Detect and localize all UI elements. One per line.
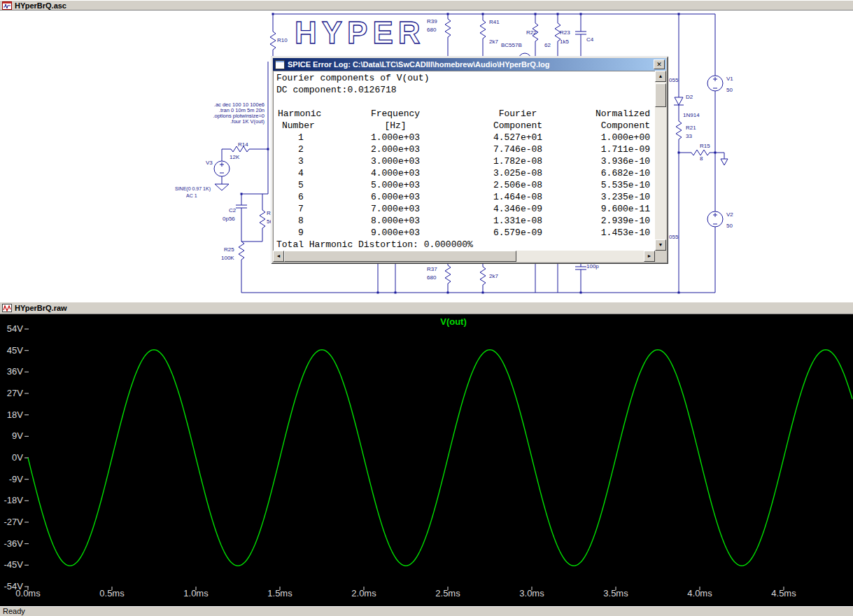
fourier-cell: 9.000e+03 xyxy=(325,227,465,239)
fourier-cell: 1.000e+03 xyxy=(325,132,465,144)
y-axis-tick-label: 36V xyxy=(7,366,23,377)
waveform-trace xyxy=(28,350,852,566)
fourier-cell: 8.000e+03 xyxy=(325,215,465,227)
fourier-cell: 9 xyxy=(276,227,325,239)
fourier-header-cell: Normalized xyxy=(570,108,651,120)
schematic-window-titlebar[interactable]: HYperBrQ.asc xyxy=(0,0,853,10)
fourier-table-header-row2: Number [Hz] Component Component xyxy=(276,120,655,132)
fourier-table: Harmonic Frequency Fourier Normalized Nu… xyxy=(276,108,655,239)
component-label: R25 xyxy=(224,246,234,253)
component-label: 0p56 xyxy=(223,216,235,222)
y-axis-tick-label: -45V xyxy=(4,559,24,570)
fourier-header-cell: Component xyxy=(570,120,651,132)
status-bar: Ready xyxy=(0,606,853,616)
component-label: 50 xyxy=(726,223,733,229)
vertical-scrollbar[interactable]: ▲ ▼ xyxy=(655,71,666,251)
fourier-cell: 1.453e-10 xyxy=(570,227,651,239)
component-label: 2k7 xyxy=(489,38,498,45)
fourier-cell: 4 xyxy=(276,167,325,179)
component-label: 055 xyxy=(669,77,679,83)
fourier-cell: 9.600e-11 xyxy=(570,203,651,215)
component-label: R10 xyxy=(277,37,288,43)
fourier-cell: 1 xyxy=(276,132,325,144)
log-line-thd: Total Harmonic Distortion: 0.000000% xyxy=(276,239,655,251)
y-axis-tick-label: -36V xyxy=(4,538,24,549)
fourier-table-row: 88.000e+031.331e-082.939e-10 xyxy=(276,215,655,227)
component-label: 8 xyxy=(700,155,703,162)
component-label: V3 xyxy=(206,160,213,166)
fourier-cell: 3 xyxy=(276,155,325,167)
component-label: BC557B xyxy=(501,42,522,48)
fourier-cell: 6 xyxy=(276,191,325,203)
fourier-table-row: 66.000e+031.464e-083.235e-10 xyxy=(276,191,655,203)
fourier-header-cell: Number xyxy=(276,120,325,132)
component-label: AC 1 xyxy=(186,193,197,198)
y-axis-tick-label: -27V xyxy=(4,517,24,527)
fourier-header-cell: Frequency xyxy=(325,108,465,120)
scroll-down-button[interactable]: ▼ xyxy=(655,239,666,251)
scroll-right-icon: ► xyxy=(647,253,652,258)
fourier-table-row: 33.000e+031.782e-083.936e-10 xyxy=(276,155,655,167)
component-label: R21 xyxy=(686,125,696,131)
fourier-header-cell: [Hz] xyxy=(325,120,465,132)
component-label: V2 xyxy=(726,211,733,218)
waveform-window-title: HYperBrQ.raw xyxy=(15,304,67,312)
y-axis-tick-label: 54V xyxy=(7,323,23,334)
component-label: R41 xyxy=(489,19,500,25)
vertical-scroll-thumb[interactable] xyxy=(655,83,666,107)
waveform-window-titlebar[interactable]: HYperBrQ.raw xyxy=(0,302,853,314)
dialog-titlebar[interactable]: SPICE Error Log: C:\Data\LTC\SwCADIII\ho… xyxy=(273,58,666,71)
spice-directive: .four 1K V(out) xyxy=(230,118,265,125)
close-button[interactable]: ✕ xyxy=(654,59,665,69)
y-axis-tick-label: -18V xyxy=(4,495,24,505)
waveform-plot[interactable]: V(out) 54V45V36V27V18V9V0V-9V-18V-27V-36… xyxy=(0,314,853,606)
schematic-window-title: HYperBrQ.asc xyxy=(15,1,66,10)
component-label: 12K xyxy=(230,154,240,160)
component-label: 33 xyxy=(686,133,692,139)
fourier-cell: 1.331e-08 xyxy=(465,215,570,227)
fourier-table-row: 77.000e+034.346e-099.600e-11 xyxy=(276,203,655,215)
y-axis-tick-label: -9V xyxy=(9,474,24,484)
scroll-up-button[interactable]: ▲ xyxy=(655,71,666,82)
component-label: R39 xyxy=(427,18,437,24)
component-label: 100p xyxy=(586,263,599,270)
component-label: 2k7 xyxy=(489,273,498,279)
component-label: 680 xyxy=(427,27,437,33)
log-line-dc-component: DC component:0.0126718 xyxy=(276,84,655,96)
component-label: SINE(0 0.97 1K) xyxy=(175,186,211,192)
fourier-cell: 7.000e+03 xyxy=(325,203,465,215)
y-axis-tick-label: 9V xyxy=(12,430,23,441)
component-label: V1 xyxy=(726,76,733,82)
waveform-title: V(out) xyxy=(440,316,467,327)
fourier-cell: 2.506e-08 xyxy=(465,179,570,191)
component-label: 100K xyxy=(221,255,234,261)
fourier-header-cell: Component xyxy=(465,120,570,132)
component-label: R14 xyxy=(238,141,248,148)
fourier-header-cell: Fourier xyxy=(465,108,570,120)
fourier-table-row: 11.000e+034.527e+011.000e+00 xyxy=(276,132,655,144)
y-axis-tick-label: 0V xyxy=(12,452,23,463)
log-content[interactable]: Fourier components of V(out) DC componen… xyxy=(273,71,655,251)
fourier-table-row: 22.000e+037.746e-081.711e-09 xyxy=(276,144,655,155)
scroll-left-button[interactable]: ◄ xyxy=(273,251,284,262)
component-label: 1k5 xyxy=(560,38,569,45)
fourier-table-body: 11.000e+034.527e+011.000e+0022.000e+037.… xyxy=(276,132,655,239)
fourier-cell: 1.000e+00 xyxy=(570,132,651,144)
y-axis: 54V45V36V27V18V9V0V-9V-18V-27V-36V-45V-5… xyxy=(4,323,29,592)
fourier-cell: 6.682e-10 xyxy=(570,167,651,179)
scroll-right-button[interactable]: ► xyxy=(644,251,655,262)
fourier-cell: 5.535e-10 xyxy=(570,179,651,191)
waveform-file-icon xyxy=(2,304,12,312)
component-label: D2 xyxy=(686,94,693,100)
horizontal-scroll-thumb[interactable] xyxy=(284,251,516,262)
fourier-cell: 2.000e+03 xyxy=(325,144,465,155)
fourier-cell: 6.579e-09 xyxy=(465,227,570,239)
component-label: 50 xyxy=(726,87,733,93)
fourier-table-row: 44.000e+033.025e-086.682e-10 xyxy=(276,167,655,179)
fourier-cell: 3.000e+03 xyxy=(325,155,465,167)
fourier-cell: 3.936e-10 xyxy=(570,155,651,167)
spice-error-log-dialog: SPICE Error Log: C:\Data\LTC\SwCADIII\ho… xyxy=(271,56,668,264)
fourier-cell: 7 xyxy=(276,203,325,215)
horizontal-scrollbar[interactable]: ◄ ► xyxy=(273,251,655,262)
log-line-blank xyxy=(276,96,655,108)
